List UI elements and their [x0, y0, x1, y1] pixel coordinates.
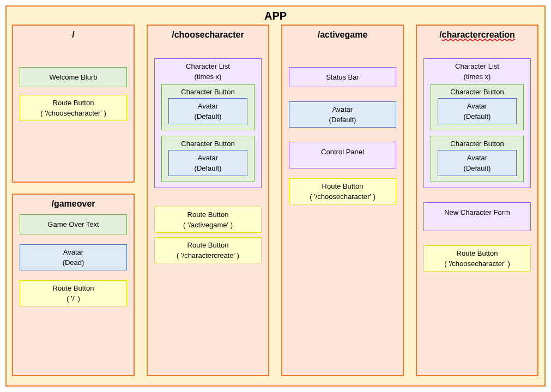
route-activegame-title: /activegame	[289, 30, 396, 40]
character-list-label: Character List	[428, 62, 526, 70]
avatar-variant: (Default)	[443, 112, 512, 120]
column-activegame: /activegame Status Bar Avatar (Default) …	[281, 25, 404, 376]
avatar-default: Avatar (Default)	[289, 101, 396, 128]
character-button-label: Character Button	[435, 88, 519, 96]
character-button-label: Character Button	[435, 140, 519, 148]
character-list-items: Character Button Avatar (Default) Charac…	[428, 84, 526, 182]
route-button-target: ( '/choosecharacter' )	[294, 192, 391, 201]
route-activegame-panel: /activegame Status Bar Avatar (Default) …	[281, 25, 404, 376]
character-list-count: (times x)	[428, 73, 526, 81]
avatar-default: Avatar (Default)	[438, 150, 517, 176]
column-choosecharacter: /choosecharacter Character List (times x…	[147, 25, 269, 376]
route-button-target: ( '/activegame' )	[159, 221, 257, 229]
route-button-charactercreate[interactable]: Route Button ( '/charactercreate' )	[154, 237, 262, 263]
route-button-label: Route Button	[25, 284, 122, 292]
character-button-label: Character Button	[166, 140, 250, 148]
avatar-label: Avatar	[294, 105, 391, 113]
character-list-items: Character Button Avatar (Default) Charac…	[159, 84, 257, 182]
avatar-default: Avatar (Default)	[438, 98, 517, 124]
route-button-label: Route Button	[294, 182, 391, 190]
character-list-label: Character List	[159, 62, 257, 70]
column-charactercreation: /charactercreation Character List (times…	[416, 25, 538, 376]
route-button-choosecharacter[interactable]: Route Button ( '/choosecharacter' )	[289, 178, 396, 204]
character-list: Character List (times x) Character Butto…	[154, 58, 262, 188]
route-button-label: Route Button	[428, 249, 526, 257]
avatar-label: Avatar	[173, 102, 243, 110]
route-charactercreation-title: /charactercreation	[423, 30, 531, 40]
app-title: APP	[12, 10, 539, 22]
avatar-variant: (Default)	[173, 164, 243, 172]
character-button[interactable]: Character Button Avatar (Default)	[161, 84, 255, 130]
app-container: APP / Welcome Blurb Route Button ( '/cho…	[5, 5, 546, 387]
columns: / Welcome Blurb Route Button ( '/choosec…	[12, 25, 539, 376]
route-title-word: charactercreation	[442, 30, 515, 39]
route-gameover-title: /gameover	[20, 199, 127, 209]
character-list-count: (times x)	[159, 73, 257, 81]
route-choosecharacter-panel: /choosecharacter Character List (times x…	[147, 25, 269, 376]
control-panel[interactable]: Control Panel	[289, 142, 396, 168]
avatar-variant: (Default)	[173, 112, 243, 120]
route-charactercreation-panel: /charactercreation Character List (times…	[416, 25, 538, 376]
character-button-label: Character Button	[166, 88, 250, 96]
route-activegame-body: Status Bar Avatar (Default) Control Pane…	[289, 67, 396, 204]
avatar-default: Avatar (Default)	[168, 150, 247, 176]
route-home-body: Welcome Blurb Route Button ( '/choosecha…	[20, 67, 127, 121]
avatar-variant: (Dead)	[25, 258, 122, 267]
choosecharacter-buttons: Route Button ( '/activegame' ) Route But…	[154, 207, 262, 263]
character-list: Character List (times x) Character Butto…	[423, 58, 531, 188]
character-button[interactable]: Character Button Avatar (Default)	[161, 136, 255, 182]
route-choosecharacter-title: /choosecharacter	[154, 30, 262, 40]
avatar-dead: Avatar (Dead)	[20, 244, 127, 270]
route-button-target: ( '/choosecharacter' )	[428, 260, 526, 268]
avatar-label: Avatar	[443, 154, 512, 162]
route-button-choosecharacter[interactable]: Route Button ( '/choosecharacter' )	[20, 95, 127, 121]
route-button-home[interactable]: Route Button ( '/' )	[20, 280, 127, 306]
welcome-blurb: Welcome Blurb	[20, 67, 127, 87]
avatar-label: Avatar	[25, 248, 122, 256]
route-home-title: /	[20, 30, 127, 40]
route-button-label: Route Button	[25, 99, 122, 107]
avatar-label: Avatar	[173, 154, 243, 162]
character-button[interactable]: Character Button Avatar (Default)	[431, 84, 524, 130]
avatar-default: Avatar (Default)	[168, 98, 247, 124]
avatar-variant: (Default)	[443, 164, 512, 172]
character-button[interactable]: Character Button Avatar (Default)	[431, 136, 524, 182]
route-gameover-panel: /gameover Game Over Text Avatar (Dead) R…	[12, 194, 135, 376]
route-button-target: ( '/' )	[25, 294, 122, 303]
route-button-label: Route Button	[159, 210, 257, 219]
avatar-variant: (Default)	[294, 116, 391, 124]
route-button-activegame[interactable]: Route Button ( '/activegame' )	[154, 207, 262, 233]
avatar-label: Avatar	[443, 102, 512, 110]
route-button-choosecharacter[interactable]: Route Button ( '/choosecharacter' )	[423, 245, 531, 272]
route-home-panel: / Welcome Blurb Route Button ( '/choosec…	[12, 25, 135, 183]
column-home-gameover: / Welcome Blurb Route Button ( '/choosec…	[12, 25, 135, 376]
route-button-target: ( '/charactercreate' )	[159, 251, 257, 260]
status-bar: Status Bar	[289, 67, 396, 87]
new-character-form[interactable]: New Character Form	[423, 202, 531, 231]
route-gameover-body: Game Over Text Avatar (Dead) Route Butto…	[20, 214, 127, 306]
route-button-target: ( '/choosecharacter' )	[25, 109, 122, 117]
game-over-text: Game Over Text	[20, 214, 127, 234]
route-button-label: Route Button	[159, 241, 257, 249]
